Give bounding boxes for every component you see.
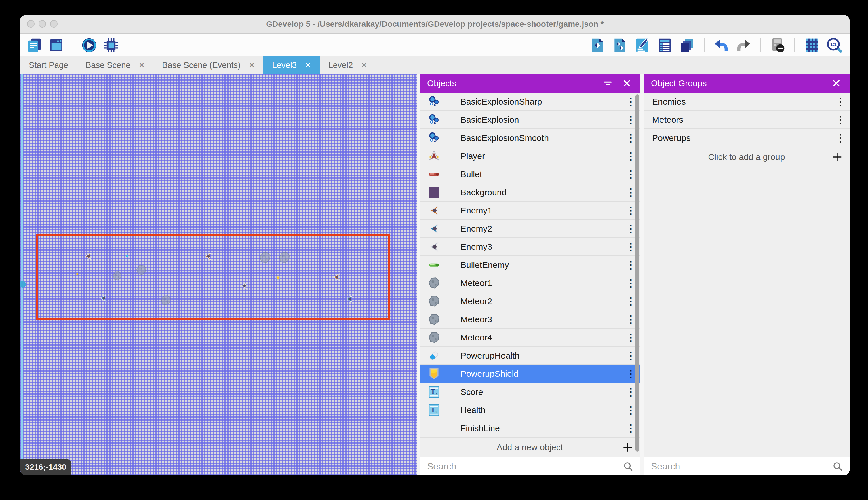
group-menu-icon[interactable]: ⋮ bbox=[835, 114, 845, 126]
object-row[interactable]: Background ⋮ bbox=[420, 183, 640, 202]
object-row[interactable]: BasicExplosionSmooth ⋮ bbox=[420, 129, 640, 147]
object-row[interactable]: Enemy2 ⋮ bbox=[420, 220, 640, 238]
canvas-sprite[interactable] bbox=[203, 252, 212, 261]
grid-icon bbox=[804, 37, 820, 53]
tab[interactable]: Level2 ✕ bbox=[320, 56, 376, 74]
object-menu-icon[interactable]: ⋮ bbox=[626, 150, 635, 162]
canvas-scrollbar-knob[interactable] bbox=[20, 281, 26, 288]
preview-play-icon bbox=[81, 37, 97, 53]
canvas-sprite[interactable] bbox=[83, 252, 93, 261]
groups-search-input[interactable] bbox=[650, 461, 832, 472]
object-row[interactable]: Meteor2 ⋮ bbox=[420, 292, 640, 310]
preview-play-button[interactable] bbox=[81, 37, 97, 53]
object-row[interactable]: PowerupShield ⋮ bbox=[420, 365, 640, 383]
object-row[interactable]: BulletEnemy ⋮ bbox=[420, 256, 640, 274]
canvas-sprite[interactable] bbox=[332, 272, 341, 282]
object-menu-icon[interactable]: ⋮ bbox=[626, 422, 635, 434]
object-menu-icon[interactable]: ⋮ bbox=[626, 241, 635, 253]
object-menu-icon[interactable]: ⋮ bbox=[626, 404, 635, 416]
mask-button[interactable] bbox=[770, 37, 786, 53]
canvas-sprite[interactable] bbox=[240, 281, 248, 290]
object-menu-icon[interactable]: ⋮ bbox=[626, 295, 635, 307]
tab[interactable]: Base Scene ✕ bbox=[77, 56, 153, 74]
object-row[interactable]: Meteor3 ⋮ bbox=[420, 310, 640, 329]
layers-button[interactable] bbox=[679, 37, 695, 53]
undo-button[interactable] bbox=[713, 37, 729, 53]
canvas-sprite[interactable] bbox=[75, 272, 79, 276]
object-menu-icon[interactable]: ⋮ bbox=[626, 95, 635, 108]
group-menu-icon[interactable]: ⋮ bbox=[835, 95, 845, 108]
plus-icon[interactable] bbox=[831, 151, 843, 163]
canvas-sprite[interactable] bbox=[126, 254, 129, 258]
canvas-sprite[interactable] bbox=[99, 294, 108, 303]
canvas-sprite[interactable] bbox=[136, 263, 147, 278]
tab-close-icon[interactable]: ✕ bbox=[361, 61, 367, 70]
object-row[interactable]: BasicExplosion ⋮ bbox=[420, 111, 640, 129]
scene-canvas[interactable]: 3216;-1430 bbox=[20, 74, 417, 475]
group-row[interactable]: Enemies ⋮ bbox=[644, 93, 849, 111]
object-menu-icon[interactable]: ⋮ bbox=[626, 186, 635, 198]
object-row[interactable]: PowerupHealth ⋮ bbox=[420, 347, 640, 365]
canvas-sprite[interactable] bbox=[259, 251, 271, 264]
tab[interactable]: Start Page bbox=[20, 56, 77, 74]
canvas-vertical-scrollbar[interactable] bbox=[21, 74, 23, 475]
object-menu-icon[interactable]: ⋮ bbox=[626, 350, 635, 362]
edit-properties-button[interactable] bbox=[634, 37, 650, 53]
object-row[interactable]: Meteor1 ⋮ bbox=[420, 274, 640, 292]
object-menu-icon[interactable]: ⋮ bbox=[626, 204, 635, 217]
search-icon bbox=[832, 461, 843, 471]
meteor-icon bbox=[428, 277, 440, 289]
object-row[interactable]: Meteor4 ⋮ bbox=[420, 329, 640, 347]
redo-button[interactable] bbox=[736, 37, 752, 53]
object-menu-icon[interactable]: ⋮ bbox=[626, 132, 635, 144]
object-menu-icon[interactable]: ⋮ bbox=[626, 314, 635, 326]
edit-object-groups-button[interactable] bbox=[612, 37, 628, 53]
canvas-sprite[interactable] bbox=[160, 295, 172, 306]
svg-text:T: T bbox=[431, 406, 435, 413]
object-menu-icon[interactable]: ⋮ bbox=[626, 168, 635, 180]
object-menu-icon[interactable]: ⋮ bbox=[626, 386, 635, 398]
tab[interactable]: Level3 ✕ bbox=[263, 56, 319, 74]
group-row[interactable]: Meteors ⋮ bbox=[644, 111, 849, 129]
object-row[interactable]: Tx Health ⋮ bbox=[420, 401, 640, 419]
object-row[interactable]: Enemy3 ⋮ bbox=[420, 238, 640, 256]
shield-icon bbox=[428, 367, 440, 380]
filter-icon[interactable] bbox=[602, 78, 613, 89]
project-manager-button[interactable] bbox=[26, 37, 43, 53]
object-menu-icon[interactable]: ⋮ bbox=[626, 331, 635, 344]
object-menu-icon[interactable]: ⋮ bbox=[626, 223, 635, 235]
close-objects-panel-icon[interactable] bbox=[621, 78, 633, 89]
object-row[interactable]: BasicExplosionSharp ⋮ bbox=[420, 93, 640, 111]
objects-panel-scrollbar[interactable] bbox=[635, 94, 639, 452]
group-menu-icon[interactable]: ⋮ bbox=[835, 132, 845, 144]
object-row[interactable]: Tx Score ⋮ bbox=[420, 383, 640, 401]
debug-button[interactable] bbox=[103, 37, 119, 53]
objects-search-input[interactable] bbox=[426, 461, 623, 472]
grid-button[interactable] bbox=[804, 37, 820, 53]
object-row[interactable]: Bullet ⋮ bbox=[420, 165, 640, 183]
add-group-row[interactable]: Click to add a group bbox=[644, 147, 849, 167]
edit-object-button[interactable] bbox=[589, 37, 606, 53]
tab-close-icon[interactable]: ✕ bbox=[249, 61, 255, 70]
zoom-1-1-button[interactable]: 1:1 bbox=[826, 37, 842, 53]
canvas-sprite[interactable] bbox=[276, 275, 280, 281]
object-menu-icon[interactable]: ⋮ bbox=[626, 259, 635, 271]
object-menu-icon[interactable]: ⋮ bbox=[626, 368, 635, 380]
object-menu-icon[interactable]: ⋮ bbox=[626, 277, 635, 289]
plus-icon[interactable] bbox=[622, 441, 634, 453]
group-row[interactable]: Powerups ⋮ bbox=[644, 129, 849, 147]
tab[interactable]: Base Scene (Events) ✕ bbox=[153, 56, 263, 74]
tab-close-icon[interactable]: ✕ bbox=[138, 61, 145, 70]
instances-list-button[interactable] bbox=[657, 37, 673, 53]
object-row[interactable]: FinishLine ⋮ bbox=[420, 419, 640, 438]
add-object-row[interactable]: Add a new object bbox=[420, 438, 640, 457]
object-row[interactable]: Player ⋮ bbox=[420, 147, 640, 165]
tab-close-icon[interactable]: ✕ bbox=[305, 61, 311, 70]
canvas-sprite[interactable] bbox=[344, 294, 354, 304]
close-object-groups-panel-icon[interactable] bbox=[831, 78, 842, 89]
scene-window-button[interactable] bbox=[48, 37, 64, 53]
object-menu-icon[interactable]: ⋮ bbox=[626, 114, 635, 126]
canvas-sprite[interactable] bbox=[278, 251, 291, 264]
object-row[interactable]: Enemy1 ⋮ bbox=[420, 202, 640, 220]
canvas-sprite[interactable] bbox=[112, 271, 122, 281]
